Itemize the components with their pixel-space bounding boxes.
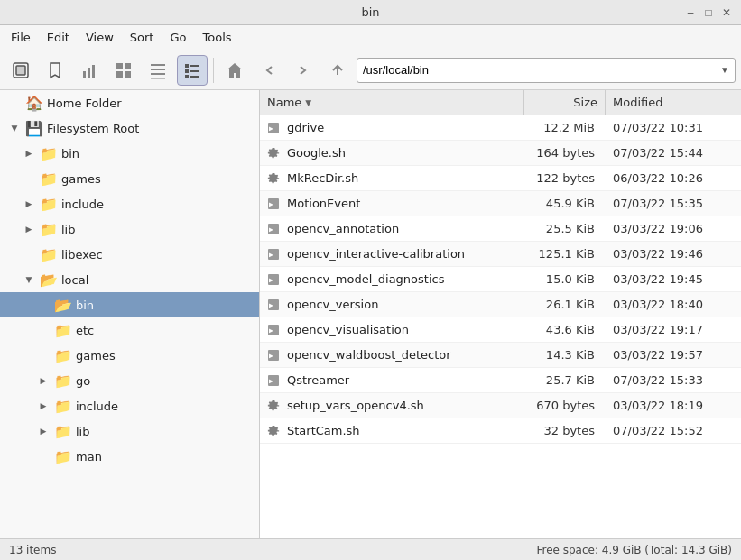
up-button[interactable] [322, 55, 353, 86]
file-size: 15.0 KiB [524, 272, 606, 286]
svg-rect-12 [151, 78, 165, 79]
sidebar-item-games[interactable]: 📁 games [0, 166, 259, 191]
gear-icon [266, 146, 281, 161]
sidebar-label-games: games [61, 172, 101, 186]
sidebar-item-local-games[interactable]: 📁 games [0, 343, 259, 368]
sidebar-item-local-etc[interactable]: 📁 etc [0, 317, 259, 343]
svg-text:▶: ▶ [269, 124, 273, 133]
filelist: Name ▼ Size Modified ▶gdrive12.2 MiB07/0… [260, 90, 741, 538]
file-icon-cell [260, 399, 287, 413]
file-name: opencv_interactive-calibration [287, 247, 524, 261]
list-view-button[interactable] [143, 55, 173, 86]
svg-rect-8 [125, 71, 131, 78]
sidebar-item-local-man[interactable]: 📁 man [0, 444, 259, 469]
titlebar-controls: – □ ✕ [683, 5, 734, 20]
forward-button[interactable] [288, 55, 319, 86]
menu-sort[interactable]: Sort [123, 28, 162, 47]
folder-icon-local-games: 📁 [54, 347, 72, 364]
svg-text:▶: ▶ [269, 352, 273, 360]
new-window-button[interactable] [5, 55, 36, 86]
svg-rect-13 [185, 64, 189, 68]
svg-rect-5 [116, 63, 123, 69]
sidebar-item-lib[interactable]: 📁 lib [0, 216, 259, 242]
sidebar-label-lib: lib [61, 223, 75, 236]
sidebar-label-home: Home Folder [47, 96, 122, 110]
sidebar-item-local-bin[interactable]: 📂 bin [0, 292, 259, 317]
file-row[interactable]: ▶opencv_version26.1 KiB03/03/22 18:40 [260, 292, 741, 317]
expander-include[interactable] [22, 197, 36, 211]
file-row[interactable]: Google.sh164 bytes07/03/22 15:44 [260, 141, 741, 166]
minimize-button[interactable]: – [683, 5, 698, 20]
file-icon-cell: ▶ [260, 272, 287, 287]
expander-local-go[interactable] [36, 373, 51, 388]
svg-rect-7 [116, 71, 123, 78]
file-name: MkRecDir.sh [287, 171, 524, 185]
close-button[interactable]: ✕ [719, 5, 734, 20]
sidebar-item-local-include[interactable]: 📁 include [0, 393, 259, 418]
sidebar-item-include[interactable]: 📁 include [0, 191, 259, 216]
toolbar: ▼ [0, 50, 741, 90]
sidebar-item-libexec[interactable]: 📁 libexec [0, 242, 259, 267]
folder-icon-games: 📁 [40, 170, 58, 188]
sidebar-label-local: local [61, 273, 88, 287]
sidebar-label-local-include: include [76, 399, 118, 413]
sidebar-item-local-lib[interactable]: 📁 lib [0, 418, 259, 444]
chart-button[interactable] [74, 55, 105, 86]
file-row[interactable]: ▶opencv_waldboost_detector14.3 KiB03/03/… [260, 343, 741, 368]
sidebar-item-filesystem[interactable]: 💾 Filesystem Root [0, 115, 259, 141]
exec-icon: ▶ [266, 247, 281, 262]
back-button[interactable] [254, 55, 284, 86]
expander-bin[interactable] [22, 146, 36, 161]
file-name: opencv_annotation [287, 222, 524, 235]
menu-tools[interactable]: Tools [196, 28, 239, 47]
exec-icon: ▶ [266, 348, 281, 363]
menu-go[interactable]: Go [162, 28, 193, 47]
address-input[interactable] [363, 63, 720, 77]
grid-view-button[interactable] [108, 55, 139, 86]
titlebar-title: bin [361, 5, 379, 19]
menu-edit[interactable]: Edit [40, 28, 77, 47]
sidebar-item-local[interactable]: 📂 local [0, 267, 259, 292]
sidebar-item-home[interactable]: 🏠 Home Folder [0, 90, 259, 115]
file-row[interactable]: ▶opencv_interactive-calibration125.1 KiB… [260, 242, 741, 267]
svg-text:▶: ▶ [269, 251, 273, 259]
file-row[interactable]: StartCam.sh32 bytes07/03/22 15:52 [260, 418, 741, 444]
menu-view[interactable]: View [79, 28, 121, 47]
svg-rect-2 [83, 71, 86, 78]
expander-local-lib[interactable] [36, 424, 51, 438]
menu-file[interactable]: File [4, 28, 38, 47]
file-row[interactable]: setup_vars_opencv4.sh670 bytes03/03/22 1… [260, 393, 741, 418]
home-button[interactable] [219, 55, 250, 86]
sidebar-item-local-go[interactable]: 📁 go [0, 368, 259, 393]
sidebar-label-filesystem: Filesystem Root [47, 122, 139, 135]
expander-lib[interactable] [22, 222, 36, 236]
col-header-modified[interactable]: Modified [606, 90, 741, 115]
file-row[interactable]: ▶opencv_visualisation43.6 KiB03/03/22 19… [260, 317, 741, 343]
file-size: 670 bytes [524, 399, 606, 412]
file-row[interactable]: ▶opencv_annotation25.5 KiB03/03/22 19:06 [260, 216, 741, 242]
expander-local-etc [36, 323, 51, 337]
col-header-name[interactable]: Name ▼ [260, 90, 524, 115]
detail-view-button[interactable] [177, 55, 208, 86]
file-icon-cell: ▶ [260, 298, 287, 312]
file-row[interactable]: ▶opencv_model_diagnostics15.0 KiB03/03/2… [260, 267, 741, 292]
expander-local-include[interactable] [36, 399, 51, 413]
svg-text:▶: ▶ [269, 200, 273, 208]
file-row[interactable]: ▶MotionEvent45.9 KiB07/03/22 15:35 [260, 191, 741, 216]
sidebar-item-bin[interactable]: 📁 bin [0, 141, 259, 166]
file-name: opencv_waldboost_detector [287, 348, 524, 362]
file-name: Qstreamer [287, 373, 524, 387]
expander-filesystem[interactable] [7, 121, 22, 135]
expander-local[interactable] [22, 272, 36, 287]
address-dropdown-button[interactable]: ▼ [720, 65, 729, 75]
file-row[interactable]: MkRecDir.sh122 bytes06/03/22 10:26 [260, 166, 741, 191]
file-row[interactable]: ▶Qstreamer25.7 KiB07/03/22 15:33 [260, 368, 741, 393]
exec-icon: ▶ [266, 197, 281, 211]
item-count: 13 items [9, 544, 56, 556]
file-row[interactable]: ▶gdrive12.2 MiB07/03/22 10:31 [260, 115, 741, 141]
col-header-size[interactable]: Size [524, 90, 606, 115]
exec-icon: ▶ [266, 373, 281, 388]
bookmarks-button[interactable] [40, 55, 70, 86]
sidebar-label-local-lib: lib [76, 425, 89, 438]
maximize-button[interactable]: □ [701, 5, 716, 20]
